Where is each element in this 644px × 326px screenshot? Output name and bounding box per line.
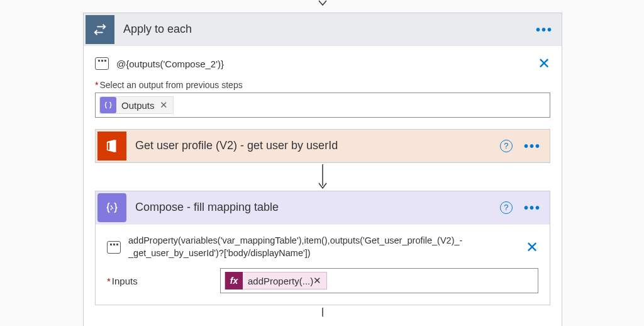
more-menu-button[interactable]: •••: [524, 205, 541, 211]
inputs-field[interactable]: fx addProperty(...) ✕: [220, 268, 538, 293]
apply-to-each-header[interactable]: Apply to each •••: [84, 13, 562, 46]
get-user-profile-header[interactable]: Get user profile (V2) - get user by user…: [96, 130, 550, 162]
select-output-input[interactable]: Outputs ✕: [95, 93, 550, 118]
peek-code-row: @{outputs('Compose_2')} ✕: [95, 56, 550, 71]
arrow-down-icon: [83, 0, 562, 8]
compose-card: Compose - fill mapping table ? ••• addPr…: [95, 191, 550, 305]
fx-expression-token[interactable]: fx addProperty(...) ✕: [225, 272, 327, 289]
braces-icon: [100, 97, 116, 113]
peek-code-text: @{outputs('Compose_2')}: [116, 59, 530, 69]
compose-title: Compose - fill mapping table: [135, 201, 500, 214]
outputs-token[interactable]: Outputs ✕: [99, 96, 174, 114]
help-button[interactable]: ?: [500, 140, 513, 152]
help-button[interactable]: ?: [500, 201, 513, 214]
apply-to-each-card: Apply to each ••• @{outputs('Compose_2')…: [83, 13, 562, 326]
required-indicator: *: [107, 276, 111, 286]
fx-icon: fx: [225, 272, 243, 289]
svg-rect-2: [113, 140, 116, 152]
close-peek-button[interactable]: ✕: [538, 56, 550, 71]
peek-code-text: addProperty(variables('var_mappingTable'…: [128, 235, 518, 259]
more-menu-button[interactable]: •••: [524, 143, 541, 149]
loop-icon: [86, 15, 114, 44]
code-peek-icon: [107, 241, 121, 254]
more-menu-button[interactable]: •••: [536, 26, 553, 33]
code-peek-icon: [95, 57, 109, 70]
compose-header[interactable]: Compose - fill mapping table ? •••: [96, 191, 550, 224]
arrow-down-icon: [95, 308, 550, 317]
outputs-token-label: Outputs: [121, 100, 155, 111]
arrow-down-icon: [95, 163, 550, 191]
remove-token-button[interactable]: ✕: [160, 99, 168, 111]
office-icon: [97, 132, 126, 160]
required-indicator: *: [95, 80, 98, 90]
apply-to-each-title: Apply to each: [123, 23, 536, 36]
close-peek-button[interactable]: ✕: [526, 240, 538, 255]
inputs-parameter-row: *Inputs fx addProperty(...) ✕: [107, 268, 538, 293]
inputs-label: *Inputs: [107, 276, 209, 286]
fx-token-label: addProperty(...): [248, 276, 313, 286]
remove-token-button[interactable]: ✕: [313, 275, 321, 286]
peek-code-row: addProperty(variables('var_mappingTable'…: [107, 235, 538, 259]
get-user-profile-card: Get user profile (V2) - get user by user…: [95, 129, 550, 163]
select-output-label: *Select an output from previous steps: [95, 80, 550, 90]
get-user-profile-title: Get user profile (V2) - get user by user…: [135, 139, 500, 152]
compose-icon: [97, 193, 126, 222]
